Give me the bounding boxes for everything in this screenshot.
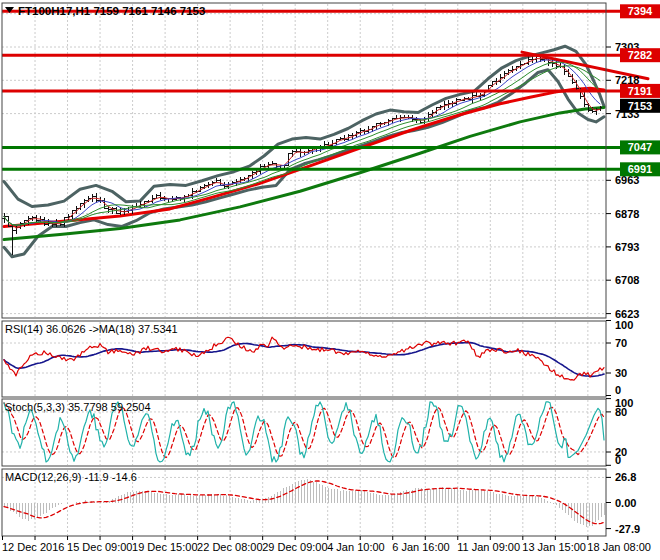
time-axis-label: 18 Jan 08:00 [587, 541, 651, 553]
price-badge-label: 7153 [628, 100, 652, 112]
rsi-tick-label: 30 [615, 367, 627, 379]
rsi-label: RSI(14) 36.0626 ->MA(18) 37.5341 [5, 323, 178, 335]
time-axis-label: 6 Jan 16:00 [392, 541, 450, 553]
stoch-tick-label: 80 [615, 406, 627, 418]
stoch-label: Stoch(5,3,3) 35.7798 59.2504 [5, 401, 151, 413]
stoch-tick-label: 0 [615, 454, 621, 466]
time-axis-label: 22 Dec 08:00 [197, 541, 262, 553]
symbol-ohlc-title: FT100H17,H1 7159 7161 7146 7153 [18, 5, 205, 17]
price-tick-label: 6878 [615, 208, 639, 220]
time-axis-label: 15 Dec 09:00 [67, 541, 132, 553]
price-badge-label: 7282 [628, 49, 652, 61]
price-badge-label: 6991 [628, 163, 652, 175]
time-axis-label: 12 Dec 2016 [2, 541, 64, 553]
chart-window: 7303721871336963687867936708662373947282… [0, 0, 660, 560]
price-tick-label: 6793 [615, 241, 639, 253]
time-axis-label: 11 Jan 09:00 [457, 541, 520, 553]
price-badge-label: 7047 [628, 141, 652, 153]
macd-tick-label: 26.8 [615, 471, 636, 483]
price-badge-label: 7394 [628, 5, 653, 17]
price-badge-label: 7191 [628, 85, 652, 97]
macd-tick-label: -27.9 [615, 523, 640, 535]
rsi-tick-label: 100 [615, 319, 633, 331]
time-axis-label: 29 Dec 09:00 [262, 541, 327, 553]
time-axis-label: 19 Dec 15:00 [132, 541, 197, 553]
macd-tick-label: 0.00 [615, 497, 636, 509]
time-axis-label: 13 Jan 15:00 [522, 541, 586, 553]
macd-label: MACD(12,26,9) -11.9 -14.6 [5, 471, 137, 483]
rsi-tick-label: 0 [615, 384, 621, 396]
rsi-tick-label: 70 [615, 337, 627, 349]
time-axis-label: 4 Jan 10:00 [327, 541, 385, 553]
trading-chart: 7303721871336963687867936708662373947282… [0, 0, 660, 560]
price-tick-label: 6623 [615, 308, 639, 320]
price-tick-label: 6708 [615, 274, 639, 286]
